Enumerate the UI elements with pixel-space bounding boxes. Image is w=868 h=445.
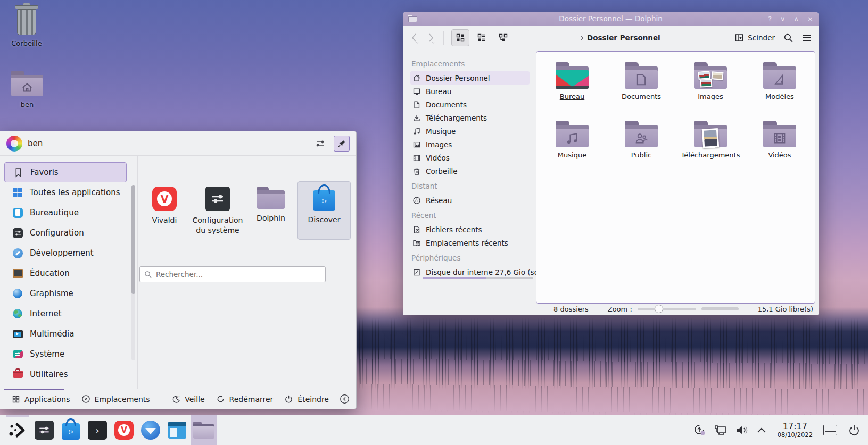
- favorite-dolphin[interactable]: Dolphin: [244, 181, 297, 240]
- folder-public[interactable]: Public: [607, 117, 676, 176]
- category-multimedia[interactable]: Multimédia: [4, 324, 127, 344]
- folder-images[interactable]: Images: [676, 59, 745, 117]
- volume-icon[interactable]: [735, 424, 749, 436]
- category-favoris[interactable]: Favoris: [4, 162, 127, 182]
- configure-icon[interactable]: [312, 136, 328, 152]
- pin-icon[interactable]: [334, 136, 350, 152]
- place-bureau[interactable]: Bureau: [410, 85, 530, 98]
- desktop-icon-label: ben: [2, 100, 53, 108]
- taskbar-window-app[interactable]: [164, 415, 191, 445]
- place-dossier-personnel[interactable]: Dossier Personnel: [410, 71, 530, 85]
- place-fichiers-recents[interactable]: Fichiers récents: [410, 223, 530, 236]
- minimize-button[interactable]: ∨: [780, 15, 786, 23]
- category-internet[interactable]: Internet: [4, 304, 127, 324]
- app-launcher-icon: [9, 422, 27, 438]
- launcher-favorites: V Vivaldi Configuration du système Dolph…: [138, 156, 356, 389]
- category-configuration[interactable]: Configuration: [4, 223, 127, 243]
- favorite-discover[interactable]: :› Discover: [297, 181, 351, 240]
- place-documents[interactable]: Documents: [410, 98, 530, 111]
- place-telechargements[interactable]: Téléchargements: [410, 111, 530, 124]
- forward-button[interactable]: [425, 32, 436, 44]
- taskbar-system-settings[interactable]: [31, 415, 57, 445]
- places-panel: Emplacements Dossier Personnel Bureau Do…: [403, 50, 536, 304]
- folder-musique[interactable]: Musique: [538, 117, 607, 176]
- desktop-icon-home[interactable]: ben: [2, 71, 53, 108]
- taskbar-thunderbird[interactable]: [137, 415, 164, 445]
- folder-telechargements[interactable]: Téléchargements: [676, 117, 745, 176]
- folder-modeles[interactable]: Modèles: [745, 59, 814, 117]
- category-utilitaires[interactable]: Utilitaires: [4, 364, 127, 384]
- folder-bureau[interactable]: Bureau: [538, 59, 607, 117]
- digital-clock[interactable]: 17:17 08/10/2022: [778, 422, 813, 439]
- favorite-system-settings[interactable]: Configuration du système: [191, 181, 244, 240]
- folder-documents[interactable]: Documents: [607, 59, 676, 117]
- download-icon: [412, 114, 421, 122]
- collapse-actions-button[interactable]: [334, 389, 351, 409]
- internet-globe-icon: [12, 308, 23, 320]
- vivaldi-icon: V: [152, 187, 177, 211]
- category-education[interactable]: Éducation: [4, 263, 127, 283]
- shutdown-button[interactable]: Éteindre: [278, 389, 334, 409]
- user-avatar[interactable]: [6, 136, 22, 152]
- compact-view-button[interactable]: [473, 29, 491, 46]
- place-musique[interactable]: Musique: [410, 124, 530, 138]
- breadcrumb[interactable]: Dossier Personnel: [579, 33, 660, 42]
- system-settings-icon: [205, 187, 230, 211]
- zoom-slider[interactable]: [638, 308, 696, 310]
- place-videos[interactable]: Vidéos: [410, 151, 530, 164]
- search-icon[interactable]: [783, 33, 793, 43]
- folder-view[interactable]: Bureau Documents: [536, 51, 815, 304]
- split-button[interactable]: Scinder: [734, 33, 775, 43]
- konsole-icon: ›: [88, 421, 107, 440]
- dolphin-window: Dossier Personnel — Dolphin ? ∨ ∧ ×: [403, 12, 819, 315]
- close-button[interactable]: ×: [807, 15, 813, 23]
- split-view-icon: [734, 33, 744, 43]
- place-images[interactable]: Images: [410, 138, 530, 151]
- tab-emplacements[interactable]: Emplacements: [76, 389, 155, 409]
- taskbar-dolphin-active[interactable]: [191, 415, 217, 445]
- power-tray-icon[interactable]: [848, 424, 861, 436]
- power-icon: [284, 394, 294, 404]
- file-clock-icon: [412, 225, 421, 234]
- tree-view-button[interactable]: [494, 29, 512, 46]
- moon-icon: zz: [171, 394, 181, 404]
- taskbar-discover[interactable]: :›: [57, 415, 84, 445]
- suspend-button[interactable]: zz Veille: [166, 389, 210, 409]
- office-icon: [12, 207, 23, 219]
- hamburger-menu-icon[interactable]: [802, 33, 812, 42]
- show-desktop-icon[interactable]: [823, 425, 837, 435]
- tab-applications[interactable]: Applications: [5, 389, 76, 409]
- document-icon: [412, 100, 421, 109]
- place-reseau[interactable]: Réseau: [410, 194, 530, 207]
- category-systeme[interactable]: Système: [4, 344, 127, 364]
- place-emplacements-recents[interactable]: Emplacements récents: [410, 236, 530, 249]
- category-graphisme[interactable]: Graphisme: [4, 283, 127, 304]
- category-developpement[interactable]: Développement: [4, 243, 127, 263]
- launcher-scrollbar[interactable]: [131, 185, 135, 360]
- back-button[interactable]: [409, 32, 420, 44]
- trash-icon: [13, 4, 40, 35]
- icons-view-button[interactable]: [451, 29, 469, 46]
- tray-expand-icon[interactable]: [756, 426, 767, 434]
- place-corbeille[interactable]: Corbeille: [410, 164, 530, 178]
- restart-button[interactable]: Redémarrer: [210, 389, 279, 409]
- window-title: Dossier Personnel — Dolphin: [403, 14, 819, 23]
- taskbar-konsole[interactable]: ›: [84, 415, 111, 445]
- help-button[interactable]: ?: [768, 15, 772, 23]
- category-bureautique[interactable]: Bureautique: [4, 203, 127, 223]
- folder-videos[interactable]: Vidéos: [745, 117, 814, 176]
- taskbar-launcher-button[interactable]: [4, 415, 31, 445]
- favorite-vivaldi[interactable]: V Vivaldi: [138, 181, 191, 240]
- category-toutes-les-applications[interactable]: Toutes les applications: [4, 182, 127, 203]
- folder-icon: [763, 121, 796, 147]
- titlebar[interactable]: Dossier Personnel — Dolphin ? ∨ ∧ ×: [403, 12, 819, 26]
- network-icon[interactable]: [714, 424, 728, 436]
- updates-icon[interactable]: [693, 424, 706, 436]
- places-section-title: Distant: [411, 182, 536, 190]
- folder-icon: [694, 62, 727, 89]
- desktop: Corbeille ben ben: [0, 0, 868, 445]
- hard-drive-icon: [412, 268, 421, 276]
- maximize-button[interactable]: ∧: [794, 15, 799, 23]
- desktop-icon-trash[interactable]: Corbeille: [1, 4, 52, 47]
- taskbar-vivaldi[interactable]: V: [111, 415, 137, 445]
